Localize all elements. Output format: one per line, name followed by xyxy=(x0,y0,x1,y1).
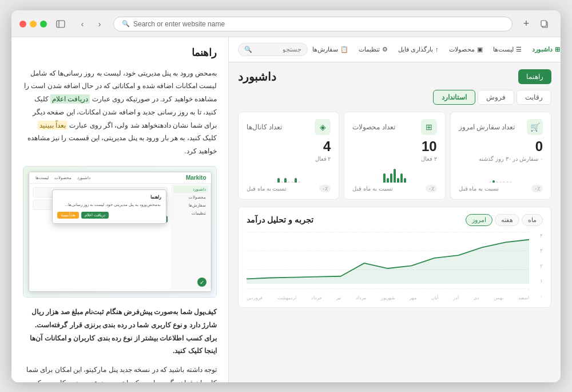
maximize-button[interactable] xyxy=(40,21,47,27)
tab-competition[interactable]: رقابت xyxy=(517,90,551,105)
orders-chart xyxy=(459,165,543,183)
nav-dashboard[interactable]: ⊞ داشبورد xyxy=(527,43,561,56)
minimize-button[interactable] xyxy=(30,21,37,27)
dashboard-tabs: رقابت فروش استاندارد xyxy=(238,90,551,105)
help-title: راهنما xyxy=(23,46,217,59)
nav-settings[interactable]: ⚙ تنظیمات xyxy=(354,43,392,56)
help-paragraph-2: کیف‌پول شما به‌صورت پیش‌فرض هنگام ثبت‌نا… xyxy=(23,306,217,358)
help-paragraph-1: به‌محض ورود به پنل مدیریتی خود، لیست به … xyxy=(23,67,217,159)
orders-icon: 🛒 xyxy=(527,119,543,135)
tab-sales[interactable]: فروش xyxy=(478,90,514,105)
revenue-chart: ۴ ۳ ۲ ۱ ۰ اسفند بهمن دی آذر آبان م xyxy=(247,232,543,300)
channels-icon: ◈ xyxy=(315,119,331,135)
search-icon: 🔍 xyxy=(244,46,252,53)
guide-button[interactable]: راهنما xyxy=(518,69,551,84)
dashboard-icon: ⊞ xyxy=(555,46,560,53)
highlight-receive: دریافت اعلام xyxy=(50,94,90,104)
url-bar[interactable]: 🔍 Search or enter website name xyxy=(113,17,513,31)
page-header: راهنما داشبورد xyxy=(238,69,551,84)
settings-icon: ⚙ xyxy=(382,46,388,53)
orders-badge: ۰٪ xyxy=(531,185,543,192)
orders-value: 0 xyxy=(459,138,543,155)
products-trend-label: نسبت به ماه قبل xyxy=(352,185,392,192)
browser-nav-buttons: ‹ › xyxy=(74,16,108,32)
browser-actions: + xyxy=(518,16,553,32)
nav-links: ⊞ داشبورد ☰ لیست‌ها ▣ محصولات ↑ بارگذاری… xyxy=(308,43,561,56)
orders-card-title: تعداد سفارش امروز xyxy=(459,123,515,131)
products-card-title: تعداد محصولات xyxy=(352,123,395,131)
forward-button[interactable]: › xyxy=(92,16,108,32)
list-icon: ☰ xyxy=(516,46,522,53)
channels-sub: ۲ فعال xyxy=(247,156,331,162)
rev-tab-week[interactable]: هفته xyxy=(495,214,519,226)
search-input[interactable] xyxy=(256,46,301,53)
orders-icon: 📋 xyxy=(340,46,348,53)
stat-cards: 🛒 تعداد سفارش امروز 0 ۰ سفارش در ۳۰ روز … xyxy=(238,112,551,200)
help-paragraph-3: توجه داشته باشید که در نسخه جدید پنل مار… xyxy=(23,363,217,382)
rev-tab-today[interactable]: امروز xyxy=(466,214,492,226)
orders-trend-label: نسبت به ماه قبل xyxy=(459,185,499,192)
channels-value: 4 xyxy=(247,138,331,155)
browser-chrome: ‹ › 🔍 Search or enter website name + xyxy=(11,10,561,37)
nav-products[interactable]: ▣ محصولات xyxy=(444,43,487,56)
upload-icon: ↑ xyxy=(435,46,439,53)
products-icon: ⊞ xyxy=(421,119,437,135)
svg-rect-0 xyxy=(57,21,65,27)
rev-tab-month[interactable]: ماه xyxy=(522,214,543,226)
chart-line-svg xyxy=(247,232,529,284)
revenue-section: ماه هفته امروز تجربه و تحلیل درآمد xyxy=(238,207,551,308)
close-button[interactable] xyxy=(19,21,26,27)
orders-sub: ۰ سفارش در ۳۰ روز گذشته xyxy=(459,156,543,162)
products-icon: ▣ xyxy=(477,46,483,53)
traffic-lights xyxy=(19,21,47,27)
revenue-title: تجربه و تحلیل درآمد xyxy=(247,215,313,224)
channels-badge: ۰٪ xyxy=(319,185,331,192)
orders-card: 🛒 تعداد سفارش امروز 0 ۰ سفارش در ۳۰ روز … xyxy=(450,112,551,200)
orders-trend: ۰٪ نسبت به ماه قبل xyxy=(459,185,543,192)
nav-orders[interactable]: 📋 سفارش‌ها xyxy=(308,43,353,56)
back-button[interactable]: ‹ xyxy=(74,16,90,32)
nav-lists[interactable]: ☰ لیست‌ها xyxy=(488,43,526,56)
channels-chart xyxy=(247,165,331,183)
products-badge: ۰٪ xyxy=(426,185,437,192)
products-chart xyxy=(352,165,436,183)
help-image: Markito داشبورد محصولات لیست‌ها داشبورد … xyxy=(23,166,217,298)
sidebar-toggle-button[interactable] xyxy=(53,16,69,32)
dashboard-panel: 🔍 ⊞ داشبورد ☰ لیست‌ها ▣ محصولات xyxy=(229,37,561,382)
chart-yaxis: ۴ ۳ ۲ ۱ ۰ xyxy=(531,232,543,300)
svg-rect-3 xyxy=(541,21,546,26)
dashboard-search[interactable]: 🔍 xyxy=(238,43,308,56)
channels-card-title: تعداد کانال‌ها xyxy=(247,123,282,131)
new-tab-button[interactable]: + xyxy=(518,16,534,32)
revenue-tabs: ماه هفته امروز xyxy=(466,214,543,226)
url-text: Search or enter website name xyxy=(133,20,225,28)
copy-button[interactable] xyxy=(537,16,553,32)
tab-standard[interactable]: استاندارد xyxy=(433,90,475,105)
revenue-header: ماه هفته امروز تجربه و تحلیل درآمد xyxy=(247,214,543,226)
channels-trend-label: نسبت به ماه قبل xyxy=(247,185,287,192)
products-sub: ۲ فعال xyxy=(352,156,436,162)
products-card: ⊞ تعداد محصولات 10 ۲ فعال xyxy=(344,112,445,200)
search-icon: 🔍 xyxy=(122,20,130,27)
channels-card: ◈ تعداد کانال‌ها 4 ۲ فعال xyxy=(238,112,339,200)
dashboard-nav: 🔍 ⊞ داشبورد ☰ لیست‌ها ▣ محصولات xyxy=(229,37,561,62)
page-title: داشبورد xyxy=(238,70,276,84)
dashboard-body: راهنما داشبورد رقابت فروش استاندارد 🛒 تع xyxy=(229,62,561,382)
channels-trend: ۰٪ نسبت به ماه قبل xyxy=(247,185,331,192)
products-value: 10 xyxy=(352,138,436,155)
help-panel: راهنما به‌محض ورود به پنل مدیریتی خود، ل… xyxy=(11,37,229,382)
nav-file-upload[interactable]: ↑ بارگذاری فایل xyxy=(394,43,443,56)
highlight-later: بعداً ببینید xyxy=(38,121,67,130)
chart-xaxis: اسفند بهمن دی آذر آبان مهر شهریور مرداد … xyxy=(247,295,529,300)
products-trend: ۰٪ نسبت به ماه قبل xyxy=(352,185,436,192)
